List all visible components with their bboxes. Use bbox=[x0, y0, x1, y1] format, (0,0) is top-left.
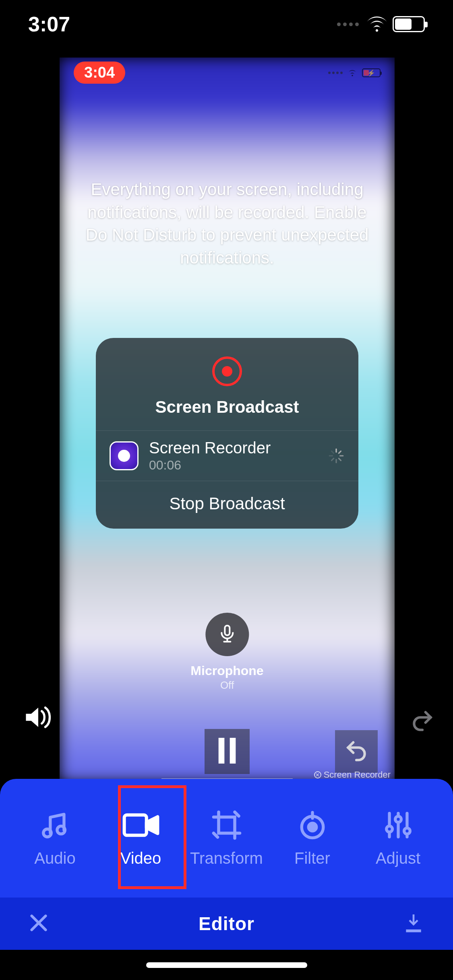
microphone-block: Microphone Off bbox=[190, 613, 263, 692]
svg-point-14 bbox=[57, 826, 65, 834]
stop-broadcast-button[interactable]: Stop Broadcast bbox=[96, 481, 358, 529]
pause-button[interactable] bbox=[205, 729, 250, 774]
tool-video[interactable]: Video bbox=[98, 809, 184, 867]
svg-rect-11 bbox=[219, 738, 225, 764]
svg-point-21 bbox=[386, 826, 392, 832]
tool-transform-label: Transform bbox=[190, 849, 263, 867]
broadcast-info-text: Everything on your screen, including not… bbox=[76, 178, 379, 270]
microphone-icon bbox=[217, 624, 237, 645]
svg-rect-26 bbox=[406, 929, 421, 932]
svg-line-1 bbox=[339, 451, 341, 453]
record-icon bbox=[212, 356, 242, 386]
svg-point-17 bbox=[308, 823, 316, 831]
svg-rect-15 bbox=[124, 815, 146, 836]
tool-audio[interactable]: Audio bbox=[12, 809, 98, 867]
tool-video-label: Video bbox=[120, 849, 161, 867]
download-icon bbox=[402, 929, 425, 935]
tool-filter-label: Filter bbox=[294, 849, 330, 867]
pause-icon bbox=[216, 738, 238, 765]
transform-icon bbox=[211, 809, 243, 841]
close-icon bbox=[28, 928, 49, 935]
close-button[interactable] bbox=[28, 912, 49, 935]
device-time: 3:07 bbox=[28, 12, 70, 36]
video-preview[interactable]: 3:04 ⚡ Everything on your screen, includ… bbox=[60, 58, 395, 782]
adjust-icon bbox=[383, 809, 414, 841]
home-indicator[interactable] bbox=[146, 962, 307, 968]
app-icon bbox=[110, 441, 139, 470]
tool-audio-label: Audio bbox=[34, 849, 75, 867]
broadcast-card: Screen Broadcast Screen Recorder 00:06 bbox=[96, 338, 358, 529]
device-status-bar: 3:07 bbox=[0, 0, 453, 48]
inner-status-right: ⚡ bbox=[328, 68, 381, 78]
svg-line-3 bbox=[339, 458, 341, 460]
audio-icon bbox=[39, 809, 71, 841]
spinner-icon bbox=[328, 447, 345, 464]
svg-rect-8 bbox=[225, 626, 230, 635]
svg-point-23 bbox=[404, 828, 410, 834]
tool-filter[interactable]: Filter bbox=[269, 809, 355, 867]
svg-line-5 bbox=[331, 458, 333, 460]
svg-rect-12 bbox=[230, 738, 236, 764]
redo-icon bbox=[410, 727, 435, 734]
redo-button[interactable] bbox=[410, 708, 435, 735]
app-name: Screen Recorder bbox=[149, 439, 317, 457]
wifi-icon bbox=[367, 16, 387, 32]
filter-icon bbox=[297, 809, 328, 841]
svg-point-13 bbox=[43, 829, 51, 837]
watermark-icon: ✕ bbox=[314, 771, 321, 778]
tool-adjust-label: Adjust bbox=[376, 849, 420, 867]
editor-title-bar: Editor bbox=[0, 898, 453, 950]
inner-cellular-icon bbox=[328, 72, 343, 74]
microphone-state: Off bbox=[190, 679, 263, 692]
recording-indicator-pill: 3:04 bbox=[74, 62, 125, 84]
microphone-label: Microphone bbox=[190, 663, 263, 678]
inner-status-bar: 3:04 ⚡ bbox=[60, 62, 395, 84]
microphone-button[interactable] bbox=[205, 613, 249, 656]
undo-icon bbox=[344, 738, 369, 765]
volume-button[interactable] bbox=[24, 705, 52, 731]
home-indicator-area bbox=[0, 950, 453, 980]
editor-title: Editor bbox=[199, 913, 254, 935]
inner-battery-icon: ⚡ bbox=[362, 68, 381, 77]
cellular-icon bbox=[337, 23, 359, 26]
volume-icon bbox=[24, 724, 52, 731]
broadcast-card-header: Screen Broadcast bbox=[96, 338, 358, 431]
svg-point-22 bbox=[395, 816, 401, 822]
status-right-cluster bbox=[337, 16, 425, 32]
video-icon bbox=[122, 809, 159, 841]
download-button[interactable] bbox=[402, 912, 425, 936]
recording-duration: 00:06 bbox=[149, 458, 317, 473]
editor-panel: Audio Video Transform bbox=[0, 779, 453, 980]
tool-adjust[interactable]: Adjust bbox=[355, 809, 441, 867]
editor-tools-row: Audio Video Transform bbox=[0, 779, 453, 898]
broadcast-app-row[interactable]: Screen Recorder 00:06 bbox=[96, 431, 358, 481]
tool-transform[interactable]: Transform bbox=[184, 809, 269, 867]
undo-button[interactable] bbox=[335, 730, 378, 773]
inner-wifi-icon bbox=[347, 68, 358, 78]
broadcast-title: Screen Broadcast bbox=[155, 397, 299, 417]
battery-icon bbox=[393, 16, 425, 32]
svg-line-7 bbox=[331, 451, 333, 453]
